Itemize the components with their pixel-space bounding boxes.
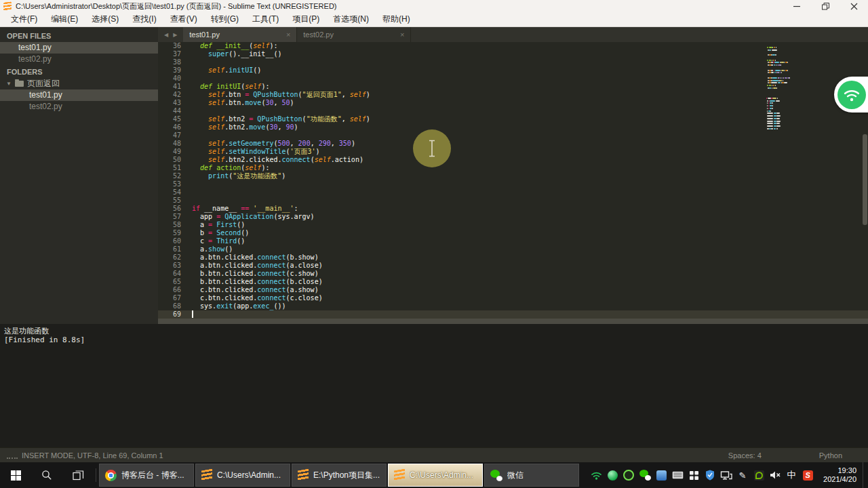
menu-item[interactable]: 工具(T) [245,14,285,25]
code-line[interactable]: 50 self.btn2.clicked.connect(self.action… [158,156,868,164]
code-text: a.btn.clicked.connect(b.show) [192,253,319,262]
sublime-icon [394,469,405,482]
status-indent[interactable]: Spaces: 4 [728,451,762,460]
status-syntax[interactable]: Python [819,451,842,460]
close-button[interactable] [840,0,868,12]
editor-tab[interactable]: test02.py× [297,27,411,42]
minimize-button[interactable] [783,0,811,12]
code-line[interactable]: 48 self.setGeometry(500, 200, 290, 350) [158,140,868,148]
sidebar-file-item[interactable]: test01.py [0,89,158,101]
code-line[interactable]: 65 b.btn.clicked.connect(b.close) [158,278,868,286]
code-line[interactable]: 36 def __init__(self): [158,42,868,50]
menu-item[interactable]: 查看(V) [163,14,204,25]
menu-item[interactable]: 帮助(H) [376,14,417,25]
code-line[interactable]: 37 super().__init__() [158,50,868,58]
line-number: 61 [158,245,192,253]
minimap[interactable] [766,46,810,133]
code-line[interactable]: 58 a = First() [158,221,868,229]
code-line[interactable]: 45 self.btn2 = QPushButton("功能函数", self) [158,115,868,123]
line-number: 68 [158,302,192,310]
code-line[interactable]: 57 app = QApplication(sys.argv) [158,213,868,221]
tray-security-shield-icon[interactable] [704,469,716,481]
menu-item[interactable]: 转到(G) [204,14,245,25]
code-line[interactable]: 66 c.btn.clicked.connect(a.show) [158,286,868,294]
tab-close-icon[interactable]: × [400,30,404,39]
show-desktop-button[interactable] [863,462,868,488]
menu-item[interactable]: 选择(S) [85,14,125,25]
code-line[interactable]: 64 b.btn.clicked.connect(c.show) [158,270,868,278]
code-line[interactable]: 60 c = Third() [158,237,868,245]
sidebar-file-item[interactable]: test01.py [0,42,158,54]
code-line[interactable]: 44 [158,107,868,115]
tray-network-icon[interactable] [720,469,732,481]
code-line[interactable]: 53 [158,180,868,188]
vertical-scrollbar[interactable] [863,134,867,225]
code-line[interactable]: 52 print("这是功能函数") [158,172,868,180]
taskbar-app-button[interactable]: E:\Python项目集... [292,464,387,487]
search-button[interactable] [31,462,62,488]
tray-pen-input-icon[interactable]: ✎ [736,469,749,481]
taskbar-clock[interactable]: 19:30 2021/4/20 [817,462,863,488]
taskbar-app-button[interactable]: C:\Users\Admin... [195,464,290,487]
code-line[interactable]: 69 [158,310,868,319]
menu-item[interactable]: 首选项(N) [326,14,376,25]
sidebar-folder[interactable]: ▼ 页面返回 [0,78,158,89]
restore-button[interactable] [811,0,840,12]
tray-win-app-icon[interactable] [688,469,700,481]
code-line[interactable]: 61 a.show() [158,245,868,253]
taskbar-app-button[interactable]: 微信 [484,464,579,487]
tray-wechat-tray-icon[interactable] [639,469,651,481]
tab-scroll-left-icon[interactable]: ◀ [164,32,168,38]
code-text: self.setGeometry(500, 200, 290, 350) [192,140,355,148]
folder-expand-icon[interactable]: ▼ [6,81,12,87]
taskbar-app-button[interactable]: 博客后台 - 博客... [99,464,194,487]
code-line[interactable]: 42 self.btn = QPushButton("返回页面1", self) [158,91,868,99]
tray-wifi-hotspot-icon[interactable] [590,469,602,481]
code-line[interactable]: 55 [158,197,868,205]
code-line[interactable]: 43 self.btn.move(30, 50) [158,99,868,107]
taskbar-app-button[interactable]: C:\Users\Admin... [388,464,483,487]
tray-blue-app-icon[interactable] [655,469,667,481]
sidebar-file-item[interactable]: test02.py [0,101,158,113]
code-line[interactable]: 47 [158,131,868,140]
code-line[interactable]: 40 [158,75,868,83]
tray-sogou-icon[interactable]: S [802,469,814,481]
tray-keyboard-icon[interactable] [671,469,684,481]
code-line[interactable]: 56if __name__ == '__main__': [158,205,868,213]
line-number: 67 [158,294,192,302]
code-line[interactable]: 59 b = Second() [158,229,868,237]
tray-record-ring-icon[interactable] [623,469,635,481]
sublime-app-icon [3,1,12,11]
code-line[interactable]: 38 [158,58,868,66]
menu-item[interactable]: 项目(P) [285,14,326,25]
code-line[interactable]: 54 [158,188,868,197]
code-line[interactable]: 67 c.btn.clicked.connect(c.close) [158,294,868,302]
code-line[interactable]: 63 a.btn.clicked.connect(a.close) [158,262,868,270]
tab-scroll-right-icon[interactable]: ▶ [173,32,177,38]
tray-volume-muted-icon[interactable] [769,469,781,481]
code-line[interactable]: 46 self.btn2.move(30, 90) [158,123,868,131]
tray-ime-lang-icon[interactable]: 中 [785,469,797,481]
floating-hotspot-widget[interactable] [834,77,868,113]
status-position: INSERT MODE, UTF-8, Line 69, Column 1 [22,451,728,460]
menu-item[interactable]: 文件(F) [4,14,44,25]
tab-close-icon[interactable]: × [286,30,290,39]
tray-green-orb-icon[interactable] [606,469,618,481]
wifi-icon [837,81,866,109]
code-line[interactable]: 62 a.btn.clicked.connect(b.show) [158,253,868,262]
code-line[interactable]: 51 def action(self): [158,164,868,172]
code-line[interactable]: 68 sys.exit(app.exec_()) [158,302,868,310]
code-editor[interactable]: 36 def __init__(self):37 super().__init_… [158,42,868,319]
code-line[interactable]: 49 self.setWindowTitle('页面3') [158,148,868,156]
task-view-button[interactable] [62,462,94,488]
code-text: self.setWindowTitle('页面3') [192,148,320,156]
horizontal-scrollbar[interactable] [158,319,868,324]
code-line[interactable]: 39 self.initUI() [158,66,868,75]
menu-item[interactable]: 查找(I) [125,14,163,25]
editor-tab[interactable]: test01.py× [183,27,297,42]
code-line[interactable]: 41 def initUI(self): [158,83,868,91]
tray-nvidia-icon[interactable] [753,469,765,481]
menu-item[interactable]: 编辑(E) [44,14,85,25]
sidebar-file-item[interactable]: test02.py [0,54,158,65]
start-button[interactable] [0,462,31,488]
